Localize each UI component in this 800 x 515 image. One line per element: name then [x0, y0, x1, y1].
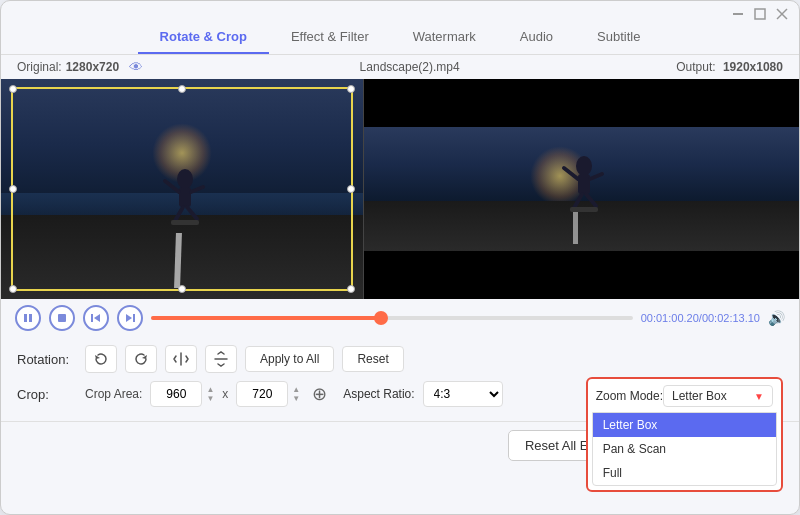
apply-all-button[interactable]: Apply to All	[245, 346, 334, 372]
preview-area	[1, 79, 799, 299]
svg-line-15	[574, 194, 582, 208]
crop-width-spinner[interactable]: ▲▼	[206, 386, 214, 403]
zoom-mode-header: Zoom Mode: Letter Box ▼	[592, 383, 777, 409]
svg-rect-20	[58, 314, 66, 322]
original-value: 1280x720	[66, 60, 119, 74]
svg-rect-24	[133, 314, 135, 322]
zoom-mode-section: Zoom Mode: Letter Box ▼ Letter Box Pan &…	[586, 377, 783, 492]
svg-line-8	[175, 207, 183, 221]
svg-rect-0	[733, 13, 743, 15]
time-display: 00:01:00.20/00:02:13.10	[641, 312, 760, 324]
filename: Landscape(2).mp4	[360, 60, 460, 74]
main-window: Rotate & Crop Effect & Filter Watermark …	[0, 0, 800, 515]
tab-subtitle[interactable]: Subtitle	[575, 23, 662, 54]
svg-line-9	[187, 207, 197, 219]
seek-thumb[interactable]	[374, 311, 388, 325]
minimize-button[interactable]	[731, 7, 745, 21]
svg-rect-1	[755, 9, 765, 19]
reset-button[interactable]: Reset	[342, 346, 403, 372]
zoom-option-full[interactable]: Full	[593, 461, 776, 485]
svg-rect-5	[179, 187, 191, 207]
rotation-row: Rotation: Apply to All Reset	[17, 345, 783, 373]
crop-height-spinner[interactable]: ▲▼	[292, 386, 300, 403]
crop-row: Crop: Crop Area: ▲▼ x ▲▼ ⊕ Aspect Ratio:…	[17, 381, 783, 407]
next-button[interactable]	[117, 305, 143, 331]
tab-effect-filter[interactable]: Effect & Filter	[269, 23, 391, 54]
zoom-dropdown-menu: Letter Box Pan & Scan Full	[592, 412, 777, 486]
crop-height-group: ▲▼	[236, 381, 300, 407]
svg-rect-12	[578, 174, 590, 194]
zoom-selected-value: Letter Box	[672, 389, 727, 403]
letterbox-content	[364, 127, 799, 250]
crop-label: Crop:	[17, 387, 77, 402]
tab-rotate-crop[interactable]: Rotate & Crop	[138, 23, 269, 54]
svg-rect-18	[24, 314, 27, 322]
maximize-button[interactable]	[753, 7, 767, 21]
zoom-mode-select[interactable]: Letter Box ▼	[663, 385, 773, 407]
rotate-right-button[interactable]	[125, 345, 157, 373]
svg-line-7	[191, 187, 203, 192]
tab-audio[interactable]: Audio	[498, 23, 575, 54]
zoom-option-letter-box[interactable]: Letter Box	[593, 413, 776, 437]
volume-icon[interactable]: 🔊	[768, 310, 785, 326]
original-label: Original:	[17, 60, 62, 74]
svg-rect-17	[570, 207, 598, 212]
tab-bar: Rotate & Crop Effect & Filter Watermark …	[1, 23, 799, 55]
rotation-label: Rotation:	[17, 352, 77, 367]
flip-horizontal-button[interactable]	[165, 345, 197, 373]
svg-point-4	[177, 169, 193, 189]
aspect-ratio-label: Aspect Ratio:	[343, 387, 414, 401]
seek-progress	[151, 316, 382, 320]
prev-button[interactable]	[83, 305, 109, 331]
svg-point-11	[576, 156, 592, 176]
preview-right	[364, 79, 799, 299]
svg-rect-19	[29, 314, 32, 322]
crop-width-input[interactable]	[150, 381, 202, 407]
eye-icon[interactable]: 👁	[129, 59, 143, 75]
letterbox-container	[364, 79, 799, 299]
preview-left	[1, 79, 364, 299]
svg-marker-23	[126, 314, 132, 322]
video-bg-left	[1, 79, 363, 299]
playback-bar: 00:01:00.20/00:02:13.10 🔊	[1, 299, 799, 337]
crop-width-group: ▲▼	[150, 381, 214, 407]
title-bar	[1, 1, 799, 23]
svg-line-13	[564, 168, 578, 179]
seek-bar[interactable]	[151, 316, 633, 320]
rotate-left-button[interactable]	[85, 345, 117, 373]
tab-watermark[interactable]: Watermark	[391, 23, 498, 54]
svg-line-16	[586, 194, 596, 206]
svg-rect-22	[91, 314, 93, 322]
crop-height-input[interactable]	[236, 381, 288, 407]
svg-rect-10	[171, 220, 199, 225]
close-button[interactable]	[775, 7, 789, 21]
zoom-dropdown-arrow: ▼	[754, 391, 764, 402]
crop-center-icon[interactable]: ⊕	[312, 383, 327, 405]
controls-area: Rotation: Apply to All Reset Crop: Crop …	[1, 337, 799, 421]
svg-line-6	[165, 181, 179, 192]
output-value: 1920x1080	[723, 60, 783, 74]
stop-button[interactable]	[49, 305, 75, 331]
zoom-option-pan-scan[interactable]: Pan & Scan	[593, 437, 776, 461]
x-separator: x	[222, 387, 228, 401]
info-bar: Original: 1280x720 👁 Landscape(2).mp4 Ou…	[1, 55, 799, 79]
flip-vertical-button[interactable]	[205, 345, 237, 373]
svg-line-14	[590, 174, 602, 179]
zoom-mode-label: Zoom Mode:	[596, 389, 663, 403]
aspect-ratio-select[interactable]: 4:3 16:9 1:1 Free	[423, 381, 503, 407]
pause-button[interactable]	[15, 305, 41, 331]
svg-marker-21	[94, 314, 100, 322]
output-label: Output:	[676, 60, 715, 74]
crop-area-label: Crop Area:	[85, 387, 142, 401]
